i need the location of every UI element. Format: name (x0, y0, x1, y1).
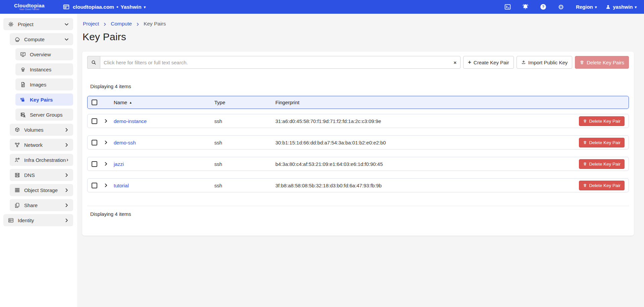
sidebar-item-volumes[interactable]: Volumes (10, 124, 73, 136)
search-input-wrap: × (100, 56, 461, 69)
expand-row-icon[interactable] (104, 140, 108, 145)
infra-icon (14, 157, 20, 163)
sidebar-item-key-pairs[interactable]: Key Pairs (15, 94, 73, 106)
breadcrumb-item-compute[interactable]: Compute (111, 21, 132, 27)
expand-row-icon[interactable] (104, 183, 108, 188)
expand-row-icon[interactable] (104, 119, 108, 123)
sidebar-item-images[interactable]: Images (15, 78, 73, 90)
column-header-name[interactable]: Name▲ (114, 100, 214, 105)
cell-name: jazzi (114, 161, 214, 167)
delete-key-pairs-button[interactable]: Delete Key Pairs (575, 56, 629, 69)
region-dropdown[interactable]: Region ▾ (576, 4, 597, 10)
sidebar-item-label: Images (30, 82, 73, 87)
sidebar-item-label: Infra Orchestration (24, 157, 66, 163)
delete-key-pair-label: Delete Key Pair (589, 119, 621, 124)
sidebar-item-label: DNS (24, 172, 64, 178)
table-footer: Displaying 4 items (87, 206, 629, 217)
delete-key-pair-button[interactable]: Delete Key Pair (579, 138, 625, 147)
topbar: Cloudtopiaa Your Cloud Partner cloudtopi… (0, 0, 644, 14)
row-checkbox[interactable] (92, 118, 97, 124)
dns-icon (14, 172, 20, 178)
brand-logo[interactable]: Cloudtopiaa Your Cloud Partner (0, 3, 59, 11)
cell-type: ssh (214, 161, 275, 167)
cell-fingerprint: 30:b1:15:1d:66:dd:bd:a7:54:3a:ba:01:b2:e… (275, 140, 574, 145)
column-header-type[interactable]: Type (214, 100, 275, 105)
search-icon[interactable] (87, 56, 100, 69)
sidebar-item-network[interactable]: Network (10, 139, 73, 151)
bell-icon[interactable] (522, 3, 529, 10)
table-row: tutorial ssh 3f:b8:a8:58:08:5b:32:18:d3:… (87, 178, 629, 192)
svg-text:?: ? (542, 5, 544, 9)
caret-down-icon: ▾ (635, 5, 637, 9)
table-row: demo-ssh ssh 30:b1:15:1d:66:dd:bd:a7:54:… (87, 135, 629, 149)
key-pair-name-link[interactable]: demo-ssh (114, 140, 136, 145)
sidebar-item-server-groups[interactable]: Server Groups (15, 109, 73, 121)
cell-fingerprint: 31:a6:d0:45:58:70:f1:9d:71:f2:fd:1a:2c:c… (275, 118, 574, 124)
clear-search-icon[interactable]: × (453, 60, 457, 65)
key-pair-name-link[interactable]: demo-instance (114, 118, 147, 124)
volumes-icon (14, 127, 20, 133)
create-key-pair-button[interactable]: + Create Key Pair (463, 56, 514, 69)
cell-type: ssh (214, 140, 275, 145)
key-pair-name-link[interactable]: tutorial (114, 183, 129, 188)
chevron-right-icon (66, 158, 69, 163)
chevron-right-icon (64, 127, 69, 132)
delete-key-pair-button[interactable]: Delete Key Pair (579, 159, 625, 169)
delete-key-pair-button[interactable]: Delete Key Pair (579, 116, 625, 126)
cell-fingerprint: 3f:b8:a8:58:08:5b:32:18:d3:b0:fd:6a:47:9… (275, 183, 574, 188)
network-icon (14, 142, 20, 148)
cell-type: ssh (214, 118, 275, 124)
sidebar-item-project[interactable]: Project (3, 18, 73, 30)
sidebar-item-share[interactable]: Share (10, 199, 73, 211)
sidebar-item-overview[interactable]: Overview (15, 48, 73, 60)
cell-name: demo-ssh (114, 140, 214, 145)
delete-key-pair-label: Delete Key Pair (589, 140, 621, 145)
objectstorage-icon (14, 187, 20, 193)
row-checkbox[interactable] (92, 183, 97, 188)
cell-name: tutorial (114, 183, 214, 188)
cell-action: Delete Key Pair (579, 159, 625, 169)
sidebar-item-dns[interactable]: DNS (10, 169, 73, 181)
row-checkbox[interactable] (92, 161, 97, 167)
project-context-dropdown[interactable]: cloudtopiaa.com • Yashwin ▾ (63, 3, 146, 10)
delete-key-pairs-label: Delete Key Pairs (587, 60, 624, 65)
column-header-name-label: Name (114, 100, 127, 105)
table-row: demo-instance ssh 31:a6:d0:45:58:70:f1:9… (87, 114, 629, 128)
main-content: ProjectComputeKey Pairs Key Pairs × + Cr… (77, 14, 644, 307)
cell-action: Delete Key Pair (579, 138, 625, 147)
row-checkbox[interactable] (92, 140, 97, 145)
select-all-checkbox[interactable] (92, 100, 97, 105)
upload-icon (521, 60, 526, 65)
trash-icon (583, 162, 587, 166)
sidebar-item-object-storage[interactable]: Object Storage (10, 184, 73, 196)
chevron-right-icon (64, 203, 69, 208)
breadcrumb-item-project[interactable]: Project (83, 21, 99, 27)
gear-icon[interactable]: ⚙ (557, 3, 565, 10)
import-public-key-button[interactable]: Import Public Key (517, 56, 573, 69)
sidebar: Project Compute Overview Instances Image… (0, 14, 77, 307)
sidebar-item-label: Object Storage (24, 187, 64, 193)
trash-icon (583, 119, 587, 123)
table-header: Name▲ Type Fingerprint (87, 96, 629, 109)
key-pair-name-link[interactable]: jazzi (114, 161, 124, 167)
person-icon (605, 4, 611, 10)
sidebar-item-instances[interactable]: Instances (15, 63, 73, 75)
sidebar-item-label: Project (18, 21, 64, 27)
plus-icon: + (468, 59, 471, 65)
filter-search: × (87, 56, 461, 69)
sidebar-item-infra-orchestration[interactable]: Infra Orchestration (10, 154, 73, 166)
help-icon[interactable]: ? (540, 3, 547, 10)
terminal-icon[interactable] (504, 3, 511, 10)
sidebar-item-compute[interactable]: Compute (10, 33, 73, 45)
items-count-top: Displaying 4 items (90, 83, 629, 89)
chevron-right-icon (103, 22, 107, 26)
column-header-fingerprint[interactable]: Fingerprint (275, 100, 574, 105)
delete-key-pair-button[interactable]: Delete Key Pair (579, 181, 625, 190)
user-dropdown[interactable]: yashwin ▾ (605, 4, 637, 10)
region-label: Region (576, 4, 593, 10)
brand-tagline: Your Cloud Partner (19, 8, 39, 11)
expand-row-icon[interactable] (104, 162, 108, 166)
sidebar-item-identity[interactable]: Identity (3, 214, 73, 226)
search-input[interactable] (100, 56, 461, 69)
sidebar-item-label: Server Groups (30, 112, 73, 118)
